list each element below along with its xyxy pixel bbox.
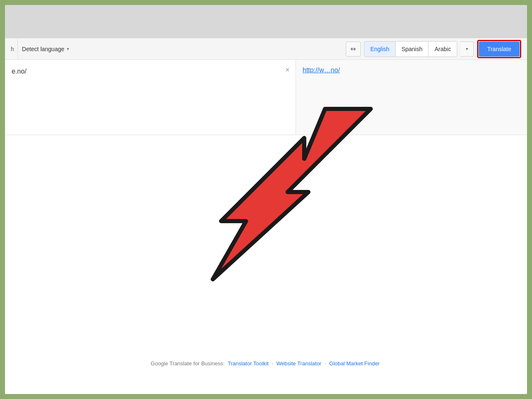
swap-languages-button[interactable]: ⇔ [346, 42, 361, 57]
footer-sep-1: · [272, 360, 275, 367]
input-text: e.no/ [12, 66, 289, 76]
target-language-tabs: English Spanish Arabic [364, 41, 457, 57]
swap-icon: ⇔ [350, 45, 356, 53]
footer-link-global-market-finder[interactable]: Global Market Finder [329, 360, 379, 367]
tab-arabic[interactable]: Arabic [429, 42, 457, 57]
clear-input-button[interactable]: × [285, 66, 290, 74]
footer-link-website-translator[interactable]: Website Translator [276, 360, 321, 367]
tab-english[interactable]: English [365, 42, 396, 57]
translate-button[interactable]: Translate [479, 42, 520, 57]
input-panel[interactable]: e.no/ × [5, 60, 296, 135]
lang-partial-text: h [5, 38, 18, 60]
toolbar: h Detect language ▾ ⇔ English Spanish Ar… [5, 38, 527, 60]
detect-language-button[interactable]: Detect language ▾ [18, 38, 73, 60]
tab-spanish[interactable]: Spanish [396, 42, 429, 57]
output-panel: http://w…no/ [296, 60, 527, 135]
footer: Google Translate for Business: Translato… [5, 354, 527, 373]
footer-sep-2: · [325, 360, 328, 367]
translate-button-wrapper: Translate [477, 40, 521, 58]
detect-language-dropdown-arrow: ▾ [67, 47, 69, 51]
more-languages-button[interactable]: ▾ [461, 42, 474, 57]
footer-label: Google Translate for Business: [151, 360, 225, 367]
translation-panels: e.no/ × http://w…no/ [5, 60, 527, 135]
detect-language-label: Detect language [22, 46, 64, 52]
output-link[interactable]: http://w…no/ [303, 66, 340, 74]
top-bar [5, 5, 527, 38]
footer-link-translator-toolkit[interactable]: Translator Toolkit [228, 360, 268, 367]
toolbar-right: ⇔ English Spanish Arabic ▾ Translate [346, 40, 527, 58]
more-languages-arrow-icon: ▾ [466, 47, 468, 51]
toolbar-left: h Detect language ▾ [5, 38, 346, 60]
